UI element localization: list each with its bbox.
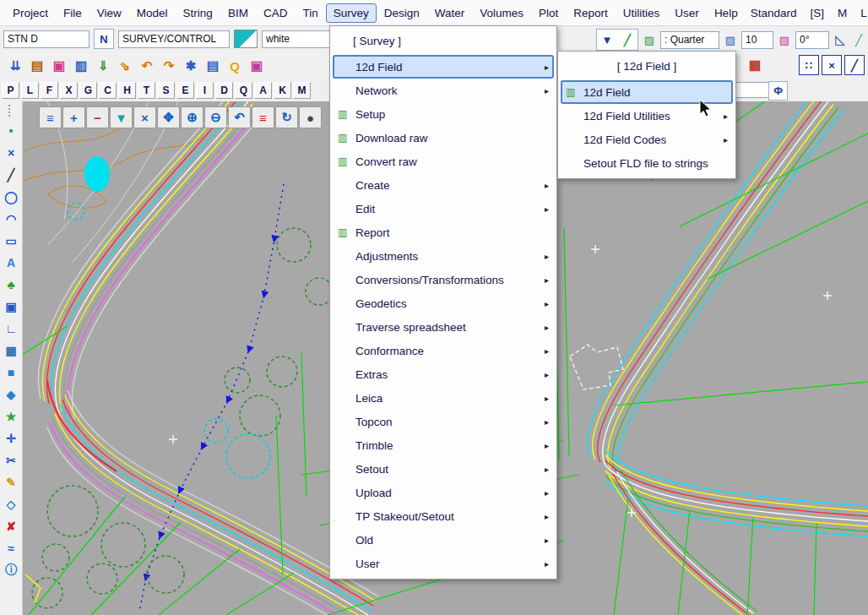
letter-button[interactable]: Q <box>235 82 252 99</box>
menubar-item[interactable]: User <box>667 3 707 23</box>
menu-item[interactable]: ▥ Adjustments ▸ <box>333 244 554 268</box>
menubar-item[interactable]: File <box>56 3 90 23</box>
letter-button[interactable]: F <box>41 82 58 99</box>
letter-button[interactable]: S <box>157 82 175 99</box>
menu-item[interactable]: ▥ Extras ▸ <box>333 362 554 386</box>
more-icon[interactable]: ● <box>299 106 322 128</box>
grid-step-icon[interactable]: ▨ <box>723 34 738 46</box>
menubar-right-item[interactable]: M <box>833 3 852 23</box>
menubar-item[interactable]: Tin <box>295 3 325 23</box>
models-icon[interactable]: ▣ <box>247 56 267 76</box>
letter-button[interactable]: D <box>215 82 233 99</box>
angle-field[interactable] <box>795 31 829 49</box>
model-field[interactable] <box>118 30 230 48</box>
text-icon[interactable]: A <box>3 255 19 270</box>
menubar-item[interactable]: Survey <box>326 3 377 23</box>
pencil-icon[interactable]: ╱ <box>618 30 637 49</box>
menubar-item[interactable]: CAD <box>256 3 296 23</box>
line-icon[interactable]: ╱ <box>3 167 19 182</box>
letter-button[interactable]: T <box>138 82 155 99</box>
colour-swatch-button[interactable] <box>234 30 258 48</box>
letter-button[interactable]: I <box>196 82 214 99</box>
menu-item[interactable]: ▥ Conversions/Transformations ▸ <box>333 268 554 291</box>
menubar-right-item[interactable]: [S] <box>805 3 829 23</box>
menu-item[interactable]: ▥ TP Stakeout/Setout ▸ <box>333 504 554 528</box>
menu-item[interactable]: ▥ User ▸ <box>333 552 554 575</box>
offset-icon[interactable]: ∟ <box>3 321 19 336</box>
menu-item[interactable]: ▥ Download raw ▸ <box>333 126 554 150</box>
redo-icon[interactable]: ↷ <box>159 56 179 76</box>
menubar-item[interactable]: Utilities <box>616 3 668 23</box>
letter-button[interactable]: A <box>254 82 272 99</box>
menu-item[interactable]: ▥ Report ▸ <box>333 220 554 244</box>
menu-item[interactable]: ▥ Convert raw ▸ <box>333 150 554 173</box>
add-view-icon[interactable]: + <box>62 106 85 128</box>
cross-select-button[interactable]: × <box>822 55 842 75</box>
letter-button[interactable]: M <box>293 82 311 99</box>
pencil-icon[interactable]: ✎ <box>3 475 19 490</box>
note-button[interactable]: N <box>94 29 114 49</box>
menu-item[interactable]: ▥ Traverse spreadsheet ▸ <box>333 315 554 339</box>
menubar-item[interactable]: Report <box>566 3 616 23</box>
delete-icon[interactable]: ✘ <box>3 519 19 534</box>
pan-icon[interactable]: ✥ <box>157 106 180 128</box>
library-icon[interactable]: ▤ <box>27 56 47 76</box>
menubar-item[interactable]: Help <box>707 3 746 23</box>
line-select-button[interactable]: ╱ <box>844 55 865 75</box>
letter-button[interactable]: G <box>79 82 97 99</box>
favourite-grid-icon[interactable]: ▨ <box>642 34 657 46</box>
menubar-right-item[interactable]: L <box>855 3 868 23</box>
letter-button[interactable]: H <box>118 82 136 99</box>
polygon-icon[interactable]: ◯ <box>3 189 19 204</box>
save-icon[interactable]: ▣ <box>49 56 69 76</box>
menu-item[interactable]: ▥ Geodetics ▸ <box>333 291 554 315</box>
info-icon[interactable]: ⓘ <box>3 563 19 578</box>
menubar-item[interactable]: String <box>176 3 220 23</box>
letter-button[interactable]: X <box>60 82 78 99</box>
angle-tool-icon[interactable]: ◺ <box>833 32 848 47</box>
letter-button[interactable]: K <box>274 82 291 99</box>
strings-icon[interactable]: ≡ <box>252 106 274 128</box>
letter-button[interactable]: C <box>99 82 117 99</box>
extract-icon[interactable]: ⇘ <box>115 56 135 76</box>
menu-item[interactable]: ▥ 12d Field Codes ▸ <box>561 128 733 151</box>
rectangle-icon[interactable]: ▭ <box>3 233 19 248</box>
grid-value-field[interactable] <box>741 31 773 49</box>
grid-points-button[interactable]: ∷ <box>799 55 819 75</box>
undo-icon[interactable]: ↶ <box>137 56 157 76</box>
parallel-icon[interactable]: ▣ <box>3 299 19 314</box>
quarter-field[interactable] <box>660 31 719 49</box>
dropdown-arrow-button[interactable]: ▼ <box>598 30 616 49</box>
menu-item[interactable]: ▥ Leica ▸ <box>333 386 554 410</box>
menu-item[interactable]: ▥ Edit ▸ <box>333 197 554 220</box>
import-icon[interactable]: ⇊ <box>5 56 25 76</box>
menu-item[interactable]: ▥ Create ▸ <box>333 173 554 197</box>
letter-button[interactable]: E <box>176 82 194 99</box>
move-icon[interactable]: ✛ <box>3 431 19 446</box>
publish-icon[interactable]: ▥ <box>71 56 91 76</box>
toolbar-drag-handle[interactable] <box>8 105 14 117</box>
download-icon[interactable]: ⇓ <box>93 56 113 76</box>
clipboard-icon[interactable]: ▤ <box>203 56 223 76</box>
phi-button[interactable]: Φ <box>768 81 788 101</box>
fit-icon[interactable]: × <box>133 106 156 128</box>
letter-button[interactable]: L <box>21 82 39 99</box>
menubar-item[interactable]: Plot <box>531 3 566 23</box>
menu-item[interactable]: ▥ Setup ▸ <box>333 102 554 126</box>
menubar-item[interactable]: Model <box>129 3 176 23</box>
menu-item[interactable]: ▥ Setout FLD file to strings ▸ <box>561 151 733 175</box>
menubar-item[interactable]: Design <box>377 3 427 23</box>
zoom-in-icon[interactable]: ⊕ <box>181 106 203 128</box>
angle-step-icon[interactable]: ▨ <box>777 34 792 46</box>
quick-q-icon[interactable]: Q <box>225 56 245 76</box>
menu-item[interactable]: ▥ Network ▸ <box>333 79 554 102</box>
menu-item[interactable]: ▥ 12d Field ▸ <box>333 55 554 79</box>
menubar-item[interactable]: Water <box>427 3 473 23</box>
menubar-item[interactable]: BIM <box>220 3 256 23</box>
menubar-item[interactable]: View <box>90 3 129 23</box>
point-icon[interactable]: • <box>3 123 19 139</box>
view-menu-icon[interactable]: ≡ <box>39 106 62 128</box>
letter-button[interactable]: P <box>2 82 19 99</box>
menubar-item[interactable]: Volumes <box>472 3 531 23</box>
hexagon-icon[interactable]: ◇ <box>3 497 19 512</box>
